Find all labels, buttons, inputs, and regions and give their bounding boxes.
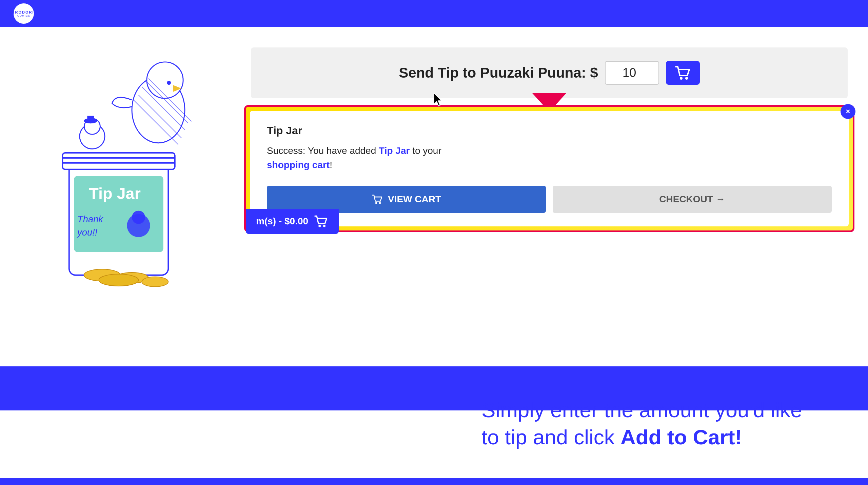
mouse-cursor [434, 93, 444, 108]
popup-message-part2: to your [410, 145, 441, 156]
popup-inner: Tip Jar Success: You have added Tip Jar … [250, 111, 849, 226]
popup-message-part4: ! [330, 160, 332, 170]
popup-message-part1: Success: You have added [267, 145, 379, 156]
svg-rect-1 [62, 153, 175, 169]
send-tip-label: Send Tip to Puuzaki Puuna: $ [399, 65, 598, 81]
svg-text:Thank: Thank [77, 214, 103, 224]
bottom-text-line2-bold: Add to Cart! [620, 425, 742, 449]
tip-jar-illustration: Tip Jar Thank you!! [14, 34, 224, 298]
logo-circle: IRODORI COMICS [14, 3, 34, 24]
svg-point-26 [167, 81, 171, 85]
svg-point-13 [142, 277, 168, 287]
checkout-button[interactable]: CHECKOUT → [553, 186, 832, 213]
bottom-text-section: Simply enter the amount you'd like to ti… [461, 383, 854, 465]
logo: IRODORI COMICS [14, 3, 34, 24]
svg-point-12 [99, 274, 139, 286]
logo-text-top: IRODORI [13, 10, 34, 14]
tip-jar-link[interactable]: Tip Jar [379, 145, 410, 156]
bottom-text-line2-normal: to tip and click [481, 425, 620, 449]
svg-point-27 [680, 77, 683, 80]
cart-bar: m(s) - $0.00 [246, 209, 339, 234]
svg-point-31 [318, 225, 321, 227]
svg-point-28 [685, 77, 688, 80]
svg-point-32 [323, 225, 326, 227]
view-cart-label: VIEW CART [388, 194, 441, 205]
popup-buttons: VIEW CART CHECKOUT → [267, 186, 832, 213]
popup-title: Tip Jar [267, 124, 832, 137]
main-content: Tip Jar Thank you!! [0, 27, 868, 485]
popup-outer: × Tip Jar Success: You have added Tip Ja… [244, 105, 854, 232]
bottom-text-line1: Simply enter the amount you'd like [481, 398, 802, 422]
svg-text:Tip Jar: Tip Jar [89, 185, 141, 203]
svg-point-19 [147, 62, 183, 98]
popup-close-button[interactable]: × [841, 104, 855, 119]
svg-rect-17 [87, 116, 94, 122]
checkout-label: CHECKOUT → [659, 194, 725, 205]
bottom-text: Simply enter the amount you'd like to ti… [481, 397, 834, 451]
close-icon: × [846, 107, 850, 116]
shopping-cart-link[interactable]: shopping cart [267, 160, 330, 170]
cart-icon [674, 65, 691, 80]
popup-message: Success: You have added Tip Jar to your … [267, 144, 832, 172]
illustration-area: Tip Jar Thank you!! [0, 27, 231, 485]
view-cart-icon [372, 194, 383, 204]
popup-wrapper: × Tip Jar Success: You have added Tip Ja… [244, 105, 854, 232]
right-content: Send Tip to Puuzaki Puuna: $ × Tip Jar [231, 27, 868, 485]
cart-bar-text: m(s) - $0.00 [256, 216, 308, 227]
cursor-icon [434, 93, 444, 107]
cart-bar-icon [314, 215, 329, 228]
send-tip-section: Send Tip to Puuzaki Puuna: $ [251, 47, 848, 98]
svg-point-9 [132, 211, 145, 224]
svg-text:you!!: you!! [77, 227, 98, 238]
bottom-band [0, 478, 868, 485]
add-to-cart-button[interactable] [666, 61, 700, 85]
site-header: IRODORI COMICS [0, 0, 868, 27]
logo-text-bottom: COMICS [17, 14, 30, 17]
tip-amount-input[interactable] [605, 61, 659, 85]
svg-point-30 [379, 202, 381, 204]
svg-point-29 [375, 202, 377, 204]
